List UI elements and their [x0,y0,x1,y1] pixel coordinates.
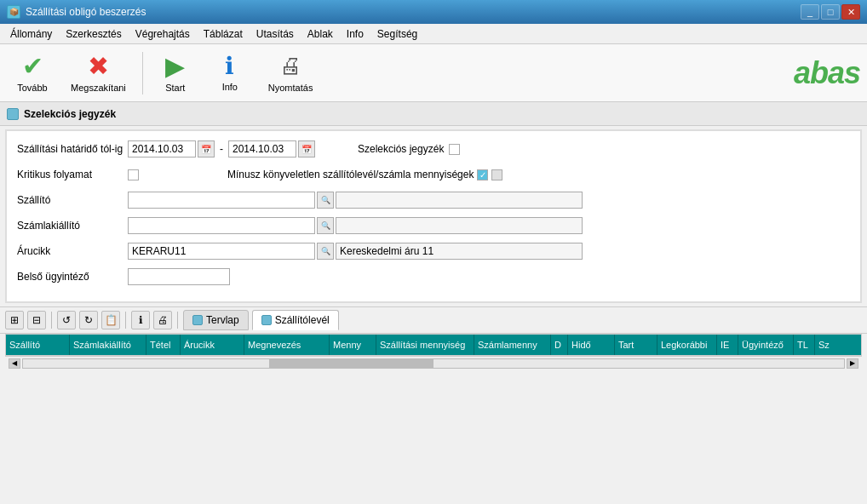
tb2-forward[interactable]: ↻ [79,311,98,329]
start-icon: ▶ [165,54,185,79]
tovabb-label: Tovább [17,83,47,93]
bottom-scrollbar[interactable]: ◀ ▶ [5,356,862,369]
tab-szallitolevel[interactable]: Szállítólevél [252,310,339,330]
menu-szerkesztes[interactable]: Szerkesztés [59,26,128,42]
arucikk-field: 🔍 [128,243,583,260]
date-from-input[interactable] [128,140,196,158]
minusz-checkbox[interactable] [477,169,488,180]
info-label: Info [222,82,238,92]
menu-ablak[interactable]: Ablak [301,26,340,42]
scroll-left-button[interactable]: ◀ [9,358,20,369]
szallitolevel-tab-label: Szállítólevél [275,314,330,326]
menu-segitseg[interactable]: Segítség [370,26,424,42]
col-megnevezes: Megnevezés [244,335,330,355]
szamlakiallito-field: 🔍 [128,217,583,234]
arucikk-lookup[interactable]: 🔍 [317,243,334,260]
megszakitani-label: Megszakítani [71,83,126,93]
minimize-button[interactable]: _ [801,4,819,20]
szallito-row: Szállító 🔍 [17,191,850,209]
col-menny: Menny [330,335,376,355]
grid-header: Szállító Számlakiállító Tétel Árucikk Me… [6,335,861,355]
menu-allomany[interactable]: Állomány [3,26,59,42]
start-button[interactable]: ▶ Start [150,49,201,97]
date-from-picker[interactable]: 📅 [198,140,215,158]
col-ugyintező: Ügyintéző [738,335,794,355]
date-to-input[interactable] [228,140,296,158]
start-label: Start [165,83,185,93]
tervlap-tab-label: Tervlap [206,314,239,326]
grid-section: Szállító Számlakiállító Tétel Árucikk Me… [5,334,862,356]
kritikus-minusz-row: Kritikus folyamat Mínusz könyveletlen sz… [17,165,850,184]
tb2-grid-remove[interactable]: ⊟ [27,311,46,329]
col-szallito: Szállító [6,335,70,355]
menu-vegrehajtás[interactable]: Végrehajtás [129,26,197,42]
tervlap-tab-icon [192,315,203,325]
scroll-thumb [269,359,434,368]
minusz-extra[interactable] [491,169,502,180]
tb2-print[interactable]: 🖨 [153,311,172,329]
arucikk-row: Árucikk 🔍 [17,242,850,261]
col-arucikk: Árucikk [181,335,244,355]
megszakitani-icon: ✖ [88,54,109,79]
szallito-field: 🔍 [128,192,583,209]
form-section: Szállítási határidő tól-ig 📅 - 📅 Szelekc… [5,129,862,303]
arucikk-input[interactable] [128,243,315,260]
szelekcios-label: Szelekciós jegyzék [358,143,444,155]
szallitolevel-tab-icon [261,315,272,325]
szelekcios-right: Szelekciós jegyzék [358,143,460,155]
szamlakiallito-row: Számlakiállító 🔍 [17,216,850,235]
tb2-sep1 [51,312,52,329]
title-bar-left: 📦 Szállítási obligó beszerzés [7,5,146,19]
col-tart: Tart [615,335,657,355]
toolbar2: ⊞ ⊟ ↺ ↻ 📋 ℹ 🖨 Tervlap Szállítólevél [0,306,867,334]
info-button[interactable]: ℹ Info [204,49,256,97]
section-icon [7,108,19,120]
szallito-input[interactable] [128,192,315,209]
tb2-info[interactable]: ℹ [131,311,150,329]
szallito-name-input[interactable] [336,192,583,209]
tb2-sep2 [125,312,126,329]
kritikus-label: Kritikus folyamat [17,169,128,180]
belso-ugyintező-input[interactable] [128,268,230,285]
maximize-button[interactable]: □ [821,4,840,20]
col-tetel: Tétel [146,335,181,355]
belso-ugyintező-field [128,268,230,285]
date-separator: - [220,143,223,155]
scroll-track[interactable] [22,358,845,369]
tovabb-icon: ✔ [22,54,43,79]
szallito-lookup[interactable]: 🔍 [317,192,334,209]
menu-info[interactable]: Info [340,26,370,42]
menu-tablazat[interactable]: Táblázat [197,26,250,42]
szamlakiallito-lookup[interactable]: 🔍 [317,217,334,234]
tovabb-button[interactable]: ✔ Tovább [7,49,58,97]
title-bar: 📦 Szállítási obligó beszerzés _ □ ✕ [0,0,867,24]
nyomtatas-label: Nyomtatás [268,83,313,93]
szallitasi-hatarido-label: Szállítási határidő tól-ig [17,143,128,155]
window-controls[interactable]: _ □ ✕ [801,4,860,20]
scroll-right-button[interactable]: ▶ [847,358,858,369]
col-sz: Sz [815,335,836,355]
section-title: Szelekciós jegyzék [24,108,116,120]
arucikk-name-input[interactable] [336,243,583,260]
kritikus-checkbox[interactable] [128,169,139,180]
szamlakiallito-name-input[interactable] [336,217,583,234]
section-bar: Szelekciós jegyzék [0,102,867,126]
tab-tervlap[interactable]: Tervlap [183,310,249,330]
tb2-refresh[interactable]: ↺ [57,311,76,329]
szallito-label: Szállító [17,194,128,206]
date-to-picker[interactable]: 📅 [298,140,315,158]
belso-ugyintező-label: Belső ügyintéző [17,271,128,283]
szallitasi-hatarido-field: 📅 - 📅 [128,140,315,158]
nyomtatas-button[interactable]: 🖨 Nyomtatás [259,49,323,97]
szelekcios-checkbox[interactable] [449,144,460,155]
col-hido: Hidő [568,335,615,355]
app-icon: 📦 [7,5,20,19]
menu-utasitas[interactable]: Utasítás [250,26,301,42]
szamlakiallito-input[interactable] [128,217,315,234]
close-button[interactable]: ✕ [841,4,860,20]
arucikk-label: Árucikk [17,245,128,257]
megszakitani-button[interactable]: ✖ Megszakítani [61,49,135,97]
tb2-grid-add[interactable]: ⊞ [5,311,24,329]
info-icon: ℹ [225,54,234,78]
tb2-clipboard[interactable]: 📋 [101,311,120,329]
